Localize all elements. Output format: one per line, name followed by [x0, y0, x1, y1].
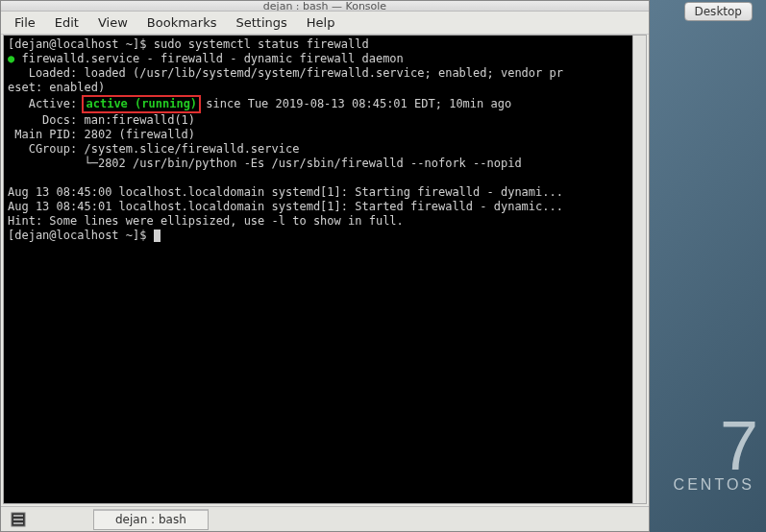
cgroup-line-2: └─2802 /usr/bin/python -Es /usr/sbin/fir…: [8, 157, 522, 170]
menu-help[interactable]: Help: [297, 13, 345, 32]
wallpaper-branding: 7 CENTOS: [674, 411, 754, 494]
taskbar: dejan : bash: [1, 506, 649, 531]
terminal-output[interactable]: [dejan@localhost ~]$ sudo systemctl stat…: [3, 35, 647, 504]
menu-bookmarks[interactable]: Bookmarks: [137, 13, 227, 32]
menubar: File Edit View Bookmarks Settings Help: [1, 12, 649, 35]
loaded-line-2: eset: enabled): [8, 81, 105, 94]
taskbar-tab-label: dejan : bash: [115, 513, 186, 526]
wallpaper-version: 7: [674, 411, 754, 480]
active-label: Active:: [8, 97, 84, 110]
active-status-highlight: active (running): [82, 95, 201, 113]
svg-rect-3: [13, 522, 23, 524]
svg-rect-2: [13, 519, 23, 520]
prompt-2: [dejan@localhost ~]$: [8, 229, 154, 242]
apps-icon[interactable]: [7, 510, 30, 529]
cgroup-line: CGroup: /system.slice/firewalld.service: [8, 142, 299, 156]
command-1: sudo systemctl status firewalld: [154, 37, 369, 51]
terminal-cursor: [154, 230, 161, 242]
menu-edit[interactable]: Edit: [45, 13, 88, 32]
log-line-2: Aug 13 08:45:01 localhost.localdomain sy…: [8, 200, 563, 213]
terminal-scrollbar[interactable]: [632, 36, 646, 503]
window-title: dejan : bash — Konsole: [263, 1, 386, 12]
window-titlebar[interactable]: dejan : bash — Konsole: [1, 1, 649, 12]
mainpid-line: Main PID: 2802 (firewalld): [8, 128, 195, 141]
active-status: active (running): [86, 97, 197, 110]
docs-line: Docs: man:firewalld(1): [8, 113, 195, 127]
desktop-switch-button[interactable]: Desktop: [684, 2, 754, 21]
log-line-1: Aug 13 08:45:00 localhost.localdomain sy…: [8, 185, 563, 199]
menu-settings[interactable]: Settings: [226, 13, 296, 32]
wallpaper-distro: CENTOS: [674, 476, 754, 494]
service-line: firewalld.service - firewalld - dynamic …: [14, 52, 404, 65]
svg-rect-1: [13, 515, 23, 517]
active-since: since Tue 2019-08-13 08:45:01 EDT; 10min…: [199, 97, 511, 110]
hint-line: Hint: Some lines were ellipsized, use -l…: [8, 214, 404, 228]
taskbar-tab-terminal[interactable]: dejan : bash: [93, 509, 209, 530]
loaded-line: Loaded: loaded (/usr/lib/systemd/system/…: [8, 66, 563, 80]
prompt-1: [dejan@localhost ~]$: [8, 37, 154, 51]
terminal-window: dejan : bash — Konsole File Edit View Bo…: [0, 0, 650, 532]
menu-view[interactable]: View: [88, 13, 137, 32]
desktop-button-label: Desktop: [695, 5, 743, 18]
menu-file[interactable]: File: [5, 13, 45, 32]
